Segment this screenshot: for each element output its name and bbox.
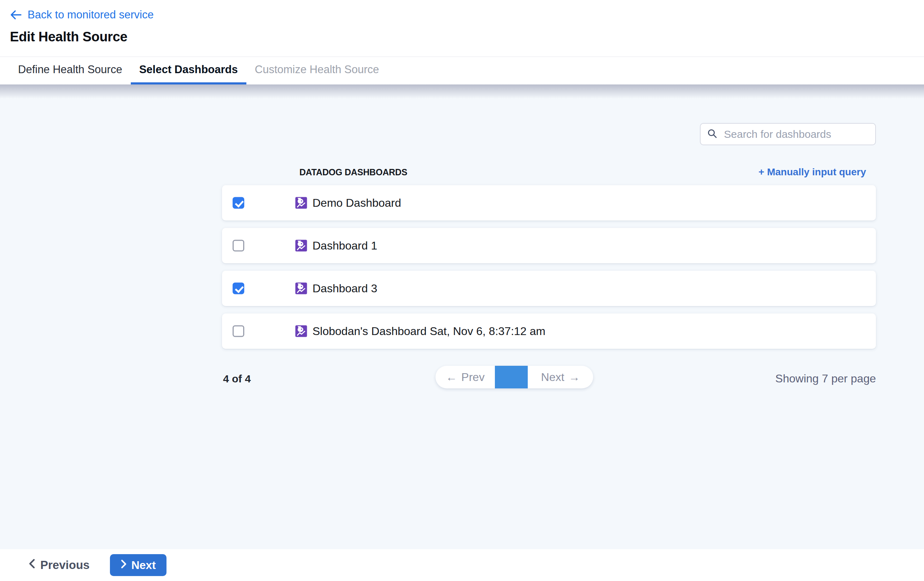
- dashboard-name: Dashboard 3: [312, 282, 377, 295]
- back-link-label: Back to monitored service: [28, 8, 154, 21]
- dashboard-row-0[interactable]: Demo Dashboard: [222, 185, 876, 221]
- per-page-label: Showing 7 per page: [775, 372, 876, 385]
- pagination-next-label: Next: [541, 371, 564, 384]
- dashboard-name: Dashboard 1: [312, 239, 377, 253]
- right-arrow-icon: →: [568, 371, 580, 384]
- next-button-label: Next: [131, 559, 155, 572]
- pagination: ← Prev 1 Next →: [436, 366, 593, 388]
- pagination-next-button[interactable]: Next →: [528, 366, 593, 388]
- previous-button-label: Previous: [40, 558, 89, 572]
- pagination-page-1[interactable]: 1: [495, 366, 528, 388]
- tab-bar: Define Health Source Select Dashboards C…: [0, 56, 924, 84]
- back-arrow-icon: [10, 10, 22, 20]
- search-input[interactable]: [724, 128, 869, 140]
- dashboard-row-3[interactable]: Slobodan's Dashboard Sat, Nov 6, 8:37:12…: [222, 314, 876, 349]
- list-header-row: DATADOG DASHBOARDS + Manually input quer…: [222, 167, 876, 178]
- search-box[interactable]: [700, 123, 876, 145]
- dashboard-checkbox[interactable]: [233, 283, 244, 294]
- datadog-icon: [295, 239, 307, 252]
- next-button[interactable]: Next: [110, 554, 166, 576]
- tab-define-health-source[interactable]: Define Health Source: [10, 57, 131, 84]
- previous-button[interactable]: Previous: [28, 558, 89, 572]
- datadog-icon: [295, 196, 307, 209]
- dashboard-checkbox[interactable]: [233, 197, 244, 209]
- dashboard-name: Slobodan's Dashboard Sat, Nov 6, 8:37:12…: [312, 325, 545, 338]
- pagination-prev-button[interactable]: ← Prev: [436, 366, 495, 388]
- tab-customize-health-source[interactable]: Customize Health Source: [246, 57, 388, 84]
- dashboard-name: Demo Dashboard: [312, 196, 401, 210]
- manually-input-query-link[interactable]: + Manually input query: [759, 167, 866, 178]
- datadog-icon: [295, 282, 307, 295]
- result-count: 4 of 4: [223, 373, 251, 385]
- edit-health-source-page: Back to monitored service Edit Health So…: [0, 0, 924, 581]
- dashboard-row-1[interactable]: Dashboard 1: [222, 228, 876, 263]
- dashboard-list: Demo Dashboard Dashboard 1: [222, 185, 876, 356]
- page-title: Edit Health Source: [10, 29, 924, 45]
- pagination-prev-label: Prev: [461, 371, 485, 384]
- dashboard-checkbox[interactable]: [233, 325, 244, 337]
- left-arrow-icon: ←: [446, 371, 457, 384]
- chevron-right-icon: [120, 559, 127, 572]
- content-area: DATADOG DASHBOARDS + Manually input quer…: [0, 84, 924, 549]
- search-icon: [707, 128, 724, 140]
- footer-bar: Previous Next: [0, 549, 924, 581]
- dashboard-row-2[interactable]: Dashboard 3: [222, 271, 876, 306]
- chevron-left-icon: [28, 558, 35, 572]
- datadog-icon: [295, 325, 307, 337]
- back-link[interactable]: Back to monitored service: [10, 8, 154, 21]
- page-header: Back to monitored service Edit Health So…: [0, 0, 924, 84]
- tab-select-dashboards[interactable]: Select Dashboards: [131, 57, 246, 84]
- dashboard-checkbox[interactable]: [233, 240, 244, 252]
- list-header: DATADOG DASHBOARDS: [299, 167, 407, 177]
